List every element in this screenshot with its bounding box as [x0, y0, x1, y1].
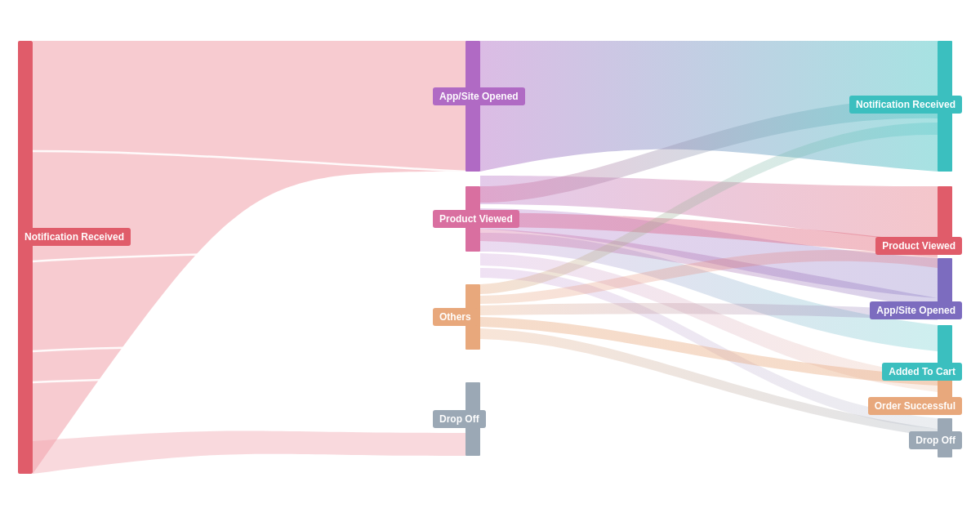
sankey-svg [0, 0, 980, 513]
label-drop-off-mid: Drop Off [433, 410, 486, 428]
node-added-to-cart-right [938, 325, 952, 366]
label-drop-off-right: Drop Off [909, 431, 962, 449]
label-notification-received-right: Notification Received [849, 96, 962, 114]
flow-main-bottom [33, 431, 466, 475]
node-notification-received-left [18, 41, 33, 474]
label-notification-received-left: Notification Received [18, 228, 131, 246]
label-product-viewed-mid: Product Viewed [433, 210, 519, 228]
label-app-site-opened-right: App/Site Opened [870, 301, 962, 319]
label-app-site-opened-mid: App/Site Opened [433, 87, 525, 105]
label-added-to-cart-right: Added To Cart [882, 363, 962, 381]
label-order-successful-right: Order Successful [868, 397, 962, 415]
sankey-chart: Notification Received App/Site Opened Pr… [0, 0, 980, 513]
label-others-mid: Others [433, 308, 478, 326]
label-product-viewed-right: Product Viewed [875, 237, 962, 255]
node-app-site-opened-mid [466, 41, 480, 172]
node-product-viewed-right [938, 186, 952, 243]
